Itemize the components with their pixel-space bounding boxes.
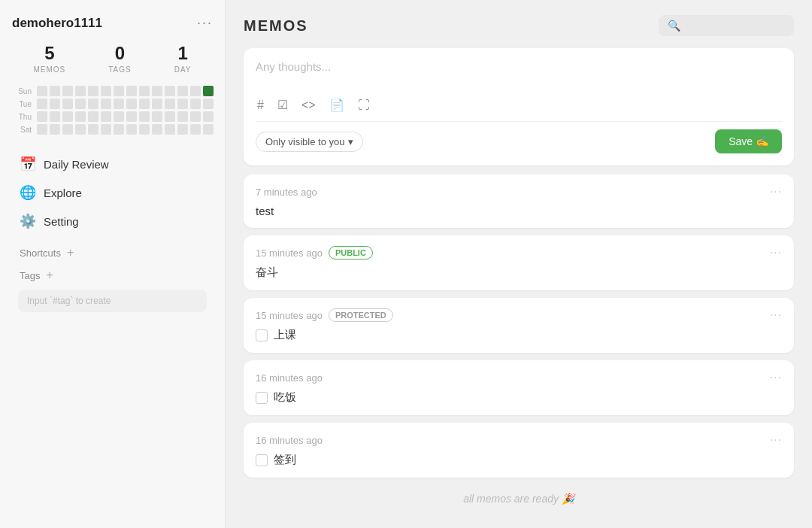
stat-number: 1 xyxy=(177,43,187,64)
stat-item: 0 TAGS xyxy=(108,43,131,74)
calendar: SunTueThuSat xyxy=(12,86,213,135)
toolbar-hash-button[interactable]: # xyxy=(256,97,265,114)
calendar-cell xyxy=(177,99,188,109)
search-box[interactable]: 🔍 xyxy=(659,15,794,36)
calendar-cell xyxy=(37,111,47,122)
compose-toolbar: # ☑ <> 📄 ⛶ xyxy=(256,96,782,122)
memo-time: 16 minutes ago xyxy=(256,435,323,446)
memo-more-button[interactable]: ··· xyxy=(770,185,782,199)
visibility-select[interactable]: Only visible to you ▾ xyxy=(256,132,363,152)
nav-item-daily-review[interactable]: 📅 Daily Review xyxy=(12,150,213,178)
main-header: MEMOS 🔍 xyxy=(244,15,794,36)
save-button[interactable]: Save ✍️ xyxy=(715,129,782,153)
calendar-cell xyxy=(114,111,124,122)
toolbar-file-button[interactable]: 📄 xyxy=(328,96,346,114)
calendar-cell xyxy=(165,99,175,109)
nav-item-explore[interactable]: 🌐 Explore xyxy=(12,178,213,207)
memo-text: 上课 xyxy=(274,328,296,342)
memo-more-button[interactable]: ··· xyxy=(770,433,782,447)
memo-checkbox[interactable] xyxy=(256,454,268,466)
calendar-cell xyxy=(50,111,60,122)
calendar-cell xyxy=(203,111,214,122)
calendar-cell xyxy=(75,99,86,109)
calendar-cell xyxy=(114,86,124,96)
calendar-cell xyxy=(165,111,175,122)
compose-footer: Only visible to you ▾ Save ✍️ xyxy=(256,129,782,153)
calendar-cell xyxy=(37,86,47,96)
memo-checkbox[interactable] xyxy=(256,329,268,341)
memo-more-button[interactable]: ··· xyxy=(770,308,782,322)
memo-text: 奋斗 xyxy=(256,266,278,280)
calendar-row-label: Tue xyxy=(12,100,35,108)
memo-header: 7 minutes ago ··· xyxy=(256,185,782,199)
calendar-cell xyxy=(37,99,47,109)
calendar-cell xyxy=(50,99,60,109)
memo-header: 15 minutes ago PUBLIC ··· xyxy=(256,246,782,259)
calendar-cell xyxy=(75,124,86,135)
user-more-button[interactable]: ··· xyxy=(197,15,213,31)
memo-time: 16 minutes ago xyxy=(256,372,323,384)
calendar-cell xyxy=(177,124,188,135)
calendar-cell xyxy=(152,111,162,122)
compose-textarea[interactable] xyxy=(256,60,782,86)
memo-text: test xyxy=(256,205,274,217)
nav-label: Explore xyxy=(44,187,82,199)
calendar-cell xyxy=(101,111,111,122)
calendar-cell xyxy=(62,111,73,122)
calendar-cell xyxy=(88,124,98,135)
calendar-cell xyxy=(101,86,111,96)
search-input[interactable] xyxy=(685,20,785,32)
memo-meta: 16 minutes ago xyxy=(256,435,323,446)
memo-content: 吃饭 xyxy=(256,390,782,405)
memo-badge: PUBLIC xyxy=(329,246,373,259)
stat-label: DAY xyxy=(174,65,192,74)
calendar-cell xyxy=(101,124,111,135)
memo-more-button[interactable]: ··· xyxy=(770,246,782,259)
stat-number: 5 xyxy=(44,43,54,64)
memo-content: 上课 xyxy=(256,328,782,342)
calendar-cell xyxy=(203,124,214,135)
tags-header[interactable]: Tags + xyxy=(12,264,213,287)
memo-content: test xyxy=(256,205,782,217)
toolbar-code-button[interactable]: <> xyxy=(300,97,317,114)
calendar-cell xyxy=(88,111,98,122)
calendar-cell xyxy=(177,86,188,96)
calendar-cell xyxy=(50,124,60,135)
stat-label: MEMOS xyxy=(33,65,65,74)
calendar-cell xyxy=(126,124,137,135)
memo-checkbox[interactable] xyxy=(256,392,268,404)
stats-row: 5 MEMOS0 TAGS1 DAY xyxy=(12,43,213,74)
calendar-cell xyxy=(75,86,86,96)
stat-label: TAGS xyxy=(108,65,131,74)
calendar-cell xyxy=(190,111,201,122)
nav-icon: ⚙️ xyxy=(20,213,36,229)
calendar-cell xyxy=(114,124,124,135)
calendar-cell xyxy=(152,124,162,135)
calendar-cell xyxy=(152,99,162,109)
memo-card: 15 minutes ago PROTECTED ··· 上课 xyxy=(244,298,794,353)
calendar-cell xyxy=(62,124,73,135)
memos-list: 7 minutes ago ··· test 15 minutes ago PU… xyxy=(244,174,794,485)
nav-section: 📅 Daily Review🌐 Explore⚙️ Setting xyxy=(12,150,213,235)
compose-card: # ☑ <> 📄 ⛶ Only visible to you ▾ Save ✍️ xyxy=(244,48,794,165)
calendar-cell xyxy=(37,124,47,135)
shortcuts-header[interactable]: Shortcuts + xyxy=(12,241,213,264)
toolbar-expand-button[interactable]: ⛶ xyxy=(356,97,371,114)
memo-header: 16 minutes ago ··· xyxy=(256,433,782,447)
stat-number: 0 xyxy=(115,43,125,64)
memo-content: 奋斗 xyxy=(256,266,782,280)
nav-item-setting[interactable]: ⚙️ Setting xyxy=(12,207,213,235)
calendar-cell xyxy=(75,111,86,122)
sidebar: demohero1111 ··· 5 MEMOS0 TAGS1 DAY SunT… xyxy=(0,0,226,528)
calendar-cell xyxy=(152,86,162,96)
toolbar-check-button[interactable]: ☑ xyxy=(276,96,289,114)
memo-more-button[interactable]: ··· xyxy=(770,371,782,384)
shortcuts-label: Shortcuts xyxy=(20,247,61,259)
calendar-cell xyxy=(139,86,150,96)
tags-add-button[interactable]: + xyxy=(46,269,53,282)
calendar-cell xyxy=(139,111,150,122)
calendar-row-label: Sat xyxy=(12,126,35,134)
shortcuts-add-button[interactable]: + xyxy=(67,246,74,259)
calendar-cell xyxy=(50,86,60,96)
search-icon: 🔍 xyxy=(668,20,680,32)
